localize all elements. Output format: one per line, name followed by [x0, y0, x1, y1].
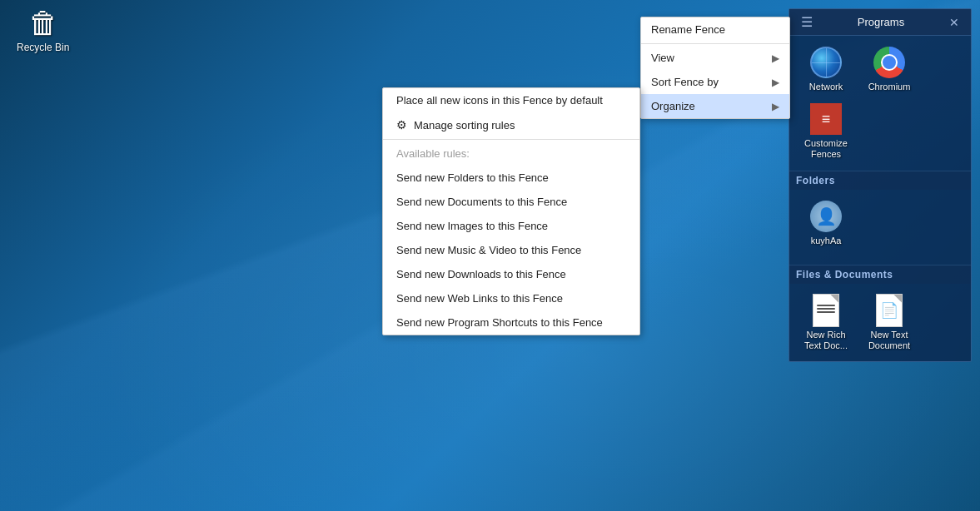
- view-label: View: [651, 52, 674, 64]
- org-send-music-label: Send new Music & Video to this Fence: [396, 244, 581, 256]
- chromium-label: Chromium: [868, 82, 911, 92]
- manage-sorting-item[interactable]: ⚙ Manage sorting rules: [383, 112, 639, 137]
- text-doc-icon: 📄: [873, 294, 906, 327]
- rename-fence-label: Rename Fence: [651, 23, 725, 36]
- chromium-icon: [873, 46, 906, 79]
- org-send-music-item[interactable]: Send new Music & Video to this Fence: [383, 238, 639, 262]
- org-send-downloads-label: Send new Downloads to this Fence: [396, 268, 566, 280]
- sort-fence-by-label: Sort Fence by: [651, 76, 719, 88]
- view-item[interactable]: View ▶: [641, 46, 789, 70]
- fence-files-title: Files & Documents: [796, 269, 893, 280]
- fence-icon-rich-text-doc[interactable]: New RichText Doc...: [796, 290, 856, 355]
- rich-text-doc-icon: [809, 294, 843, 327]
- rich-text-doc-label: New RichText Doc...: [804, 330, 848, 351]
- available-rules-item: Available rules:: [383, 141, 639, 166]
- organize-label: Organize: [651, 100, 695, 112]
- network-label: Network: [809, 82, 843, 92]
- fence-icon-kuyhaa[interactable]: 👤 kuyhAa: [796, 196, 856, 258]
- organize-submenu-arrow: ▶: [772, 101, 779, 112]
- fence-files-grid: New RichText Doc... 📄 New TextDocument: [789, 284, 971, 361]
- recycle-bin[interactable]: 🗑 Recycle Bin: [17, 8, 69, 53]
- org-send-weblinks-label: Send new Web Links to this Fence: [396, 292, 563, 305]
- fence-icon-customize-fences[interactable]: CustomizeFences: [796, 99, 856, 163]
- customize-fences-label: CustomizeFences: [804, 138, 848, 160]
- fence-menu-button[interactable]: ☰: [798, 14, 816, 30]
- org-send-weblinks-item[interactable]: Send new Web Links to this Fence: [383, 286, 639, 310]
- org-send-downloads-item[interactable]: Send new Downloads to this Fence: [383, 262, 639, 286]
- organize-submenu: Place all new icons in this Fence by def…: [382, 87, 640, 335]
- fence-folders-header: Folders: [789, 171, 971, 190]
- sort-fence-by-item[interactable]: Sort Fence by ▶: [641, 70, 789, 94]
- sort-submenu-arrow: ▶: [772, 77, 779, 88]
- fence-context-menu: Rename Fence View ▶ Sort Fence by ▶ Orga…: [640, 17, 790, 119]
- org-send-documents-label: Send new Documents to this Fence: [396, 196, 567, 208]
- org-send-images-item[interactable]: Send new Images to this Fence: [383, 214, 639, 238]
- organize-item[interactable]: Organize ▶: [641, 94, 789, 118]
- context-menu-separator-1: [641, 43, 789, 44]
- place-all-item[interactable]: Place all new icons in this Fence by def…: [383, 88, 639, 112]
- place-all-label: Place all new icons in this Fence by def…: [396, 94, 603, 107]
- org-send-folders-item[interactable]: Send new Folders to this Fence: [383, 166, 639, 190]
- available-rules-label: Available rules:: [396, 147, 470, 160]
- org-separator-1: [383, 139, 639, 140]
- org-send-folders-label: Send new Folders to this Fence: [396, 171, 549, 184]
- network-icon: [809, 46, 843, 79]
- fence-files-header: Files & Documents: [789, 265, 971, 284]
- fence-icon-network[interactable]: Network: [796, 42, 856, 96]
- fence-close-button[interactable]: ✕: [946, 16, 963, 29]
- fence-icon-text-doc[interactable]: 📄 New TextDocument: [859, 290, 919, 355]
- fence-programs-title: Programs: [816, 16, 946, 28]
- fence-folders-grid: 👤 kuyhAa: [789, 190, 971, 265]
- org-send-program-shortcuts-label: Send new Program Shortcuts to this Fence: [396, 316, 603, 329]
- fence-icon-chromium[interactable]: Chromium: [859, 42, 919, 96]
- customize-fences-icon: [809, 102, 843, 136]
- manage-sorting-label: Manage sorting rules: [414, 119, 515, 131]
- fence-programs-grid: Network Chromium CustomizeFences: [789, 36, 971, 171]
- fence-folders-title: Folders: [796, 175, 835, 186]
- recycle-bin-icon: 🗑: [28, 8, 58, 38]
- fence-panel: ☰ Programs ✕ Network Chromium CustomizeF…: [788, 8, 972, 362]
- view-submenu-arrow: ▶: [772, 52, 779, 64]
- manage-sorting-icon-gear: ⚙: [396, 118, 407, 131]
- rename-fence-item[interactable]: Rename Fence: [641, 17, 789, 42]
- kuyhaa-folder-icon: 👤: [809, 200, 843, 233]
- org-send-images-label: Send new Images to this Fence: [396, 220, 548, 232]
- org-send-documents-item[interactable]: Send new Documents to this Fence: [383, 190, 639, 214]
- fence-programs-header: ☰ Programs ✕: [789, 9, 971, 36]
- org-send-program-shortcuts-item[interactable]: Send new Program Shortcuts to this Fence: [383, 310, 639, 335]
- recycle-bin-label: Recycle Bin: [17, 42, 69, 53]
- kuyhaa-label: kuyhAa: [811, 236, 842, 246]
- text-doc-label: New TextDocument: [868, 330, 910, 351]
